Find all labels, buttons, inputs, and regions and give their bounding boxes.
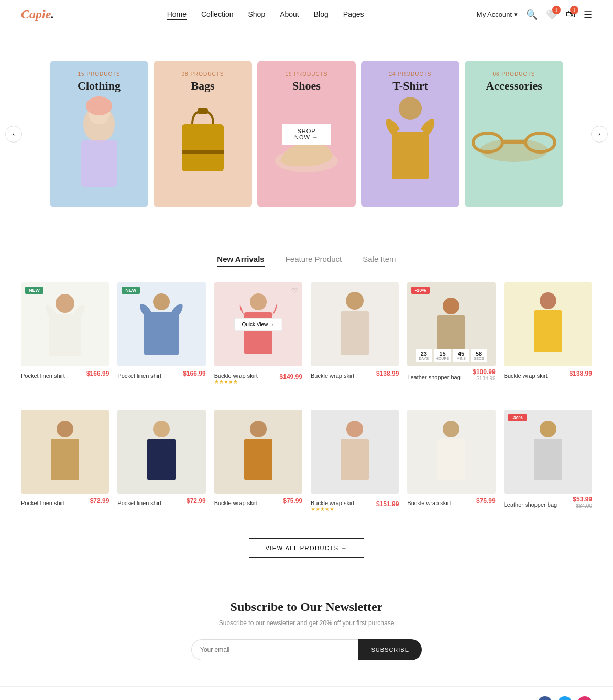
product-7-image [21,410,109,494]
facebook-icon[interactable]: f [538,696,552,700]
product-5-image: -20% 23 DAYS 15 HOURS 45 MINS 58 SECS [407,282,495,366]
product-3: ♡ Quick View → Buckle wrap skirt ★★★★★ $… [214,282,302,385]
countdown-mins: 45 MINS [453,349,469,362]
svg-rect-27 [51,439,79,480]
product-tabs-section: New Arrivals Feature Product Sale Item [0,239,613,277]
cart-badge: 1 [570,6,578,14]
nav-home[interactable]: Home [167,10,187,20]
countdown-days: 23 DAYS [416,349,432,362]
newsletter-subscribe-button[interactable]: SUBSCRIBE [358,639,422,660]
nav-collection[interactable]: Collection [201,10,233,18]
menu-button[interactable]: ☰ [584,9,592,20]
clothing-image [55,93,143,187]
product-8: Pocket linen shirt $72.99 [117,410,205,512]
product-4-image [311,282,399,366]
accessories-name: Accessories [486,79,542,93]
product-9: Buckle wrap skirt $75.99 [214,410,302,512]
nav-about[interactable]: About [280,10,299,18]
svg-rect-31 [244,439,272,480]
product-3-image: ♡ Quick View → [214,282,302,366]
tshirt-image [366,93,454,187]
product-1: NEW Pocket linen shirt $166.99 [21,282,109,385]
product-10-price: $151.99 [376,500,399,508]
svg-point-20 [346,292,364,310]
search-button[interactable]: 🔍 [526,9,538,20]
newsletter-title: Subscribe to Our Newsletter [21,600,592,614]
svg-rect-1 [81,140,117,187]
product-9-footer: Buckle wrap skirt $75.99 [214,496,302,506]
product-3-price: $149.99 [280,373,302,380]
next-category-button[interactable]: › [591,126,608,143]
product-12-name: Leather shopper bag [504,501,557,508]
product-11: Buckle wrap skirt $75.99 [407,410,495,512]
tab-feature-product[interactable]: Feature Product [286,255,342,267]
footer: Contact FAQs Privacy Policy Returns © Co… [0,686,613,700]
account-menu[interactable]: My Account ▾ [477,10,518,18]
instagram-icon[interactable]: in [577,696,592,700]
product-9-name: Buckle wrap skirt [214,500,258,506]
twitter-icon[interactable]: t [557,696,572,700]
tab-new-arrivals[interactable]: New Arrivals [217,255,264,267]
nav-right: My Account ▾ 🔍 🤍 1 🛍 1 ☰ [477,9,592,20]
product-11-image [407,410,495,494]
newsletter-email-input[interactable] [191,639,358,660]
logo[interactable]: Capie. [21,7,54,21]
svg-point-24 [540,292,556,309]
product-12-footer: Leather shopper bag $53.99 $84.00 [504,496,592,509]
product-2-badge: NEW [122,287,140,294]
cart-button[interactable]: 🛍 1 [566,9,575,20]
product-8-price: $72.99 [187,497,206,505]
shop-now-button[interactable]: SHOP NOW → [282,124,331,145]
wishlist-button[interactable]: 🤍 1 [546,9,557,20]
tab-sale-item[interactable]: Sale Item [363,255,396,267]
prev-category-button[interactable]: ‹ [5,126,22,143]
tshirt-count: 24 PRODUCTS [389,71,431,77]
product-11-price: $75.99 [476,497,496,505]
product-12: -30% Leather shopper bag $53.99 $84.00 [504,410,592,512]
product-7-price: $72.99 [90,497,110,505]
product-1-badge: NEW [25,287,43,294]
product-3-wishlist[interactable]: ♡ [291,287,298,295]
svg-point-28 [153,421,170,438]
product-5: -20% 23 DAYS 15 HOURS 45 MINS 58 SECS [407,282,495,385]
category-bags[interactable]: 08 PRODUCTS Bags [154,61,252,207]
bags-count: 08 PRODUCTS [181,71,224,77]
product-3-quickview-button[interactable]: Quick View → [234,318,283,331]
category-shoes[interactable]: 19 PRODUCTS Shoes SHOP NOW → [257,61,356,207]
product-8-image [117,410,205,494]
svg-point-18 [250,293,267,310]
svg-rect-9 [392,132,429,179]
product-4-price: $138.99 [376,370,399,377]
wishlist-badge: 1 [552,6,561,14]
svg-rect-6 [198,108,208,114]
svg-rect-25 [534,310,562,352]
product-2-footer: Pocket linen shirt $166.99 [117,368,205,379]
shoes-name: Shoes [292,79,321,93]
product-11-name: Buckle wrap skirt [407,500,451,506]
product-5-footer: Leather shopper bag $100.99 $134.99 [407,368,495,381]
category-clothing[interactable]: 15 PRODUCTS Clothing [50,61,148,207]
nav-pages[interactable]: Pages [343,10,364,18]
product-10-name: Buckle wrap skirt [311,500,354,506]
category-accessories[interactable]: 06 PRODUCTS Accessories [465,61,563,207]
view-all-button[interactable]: VIEW ALL PRODUCTS → [249,538,364,558]
product-7-name: Pocket linen shirt [21,500,65,506]
product-7: Pocket linen shirt $72.99 [21,410,109,512]
product-6-footer: Buckle wrap skirt $138.99 [504,368,592,379]
accessories-image [470,93,558,187]
category-tshirt[interactable]: 24 PRODUCTS T-Shirt [361,61,459,207]
nav-shop[interactable]: Shop [248,10,265,18]
product-3-stars: ★★★★★ [214,379,258,385]
nav-links: Home Collection Shop About Blog Pages [167,10,364,19]
svg-rect-33 [341,439,369,480]
account-label: My Account [477,10,512,18]
product-10-footer: Buckle wrap skirt ★★★★★ $151.99 [311,496,399,512]
products-grid-row2: Pocket linen shirt $72.99 Pocket linen s… [0,404,613,528]
products-grid-row1: NEW Pocket linen shirt $166.99 NEW Pocke… [0,277,613,400]
clothing-count: 15 PRODUCTS [78,71,120,77]
nav-blog[interactable]: Blog [314,10,329,18]
svg-point-34 [443,421,459,438]
product-10: Buckle wrap skirt ★★★★★ $151.99 [311,410,399,512]
svg-rect-5 [182,150,224,154]
product-5-countdown: 23 DAYS 15 HOURS 45 MINS 58 SECS [407,349,495,362]
